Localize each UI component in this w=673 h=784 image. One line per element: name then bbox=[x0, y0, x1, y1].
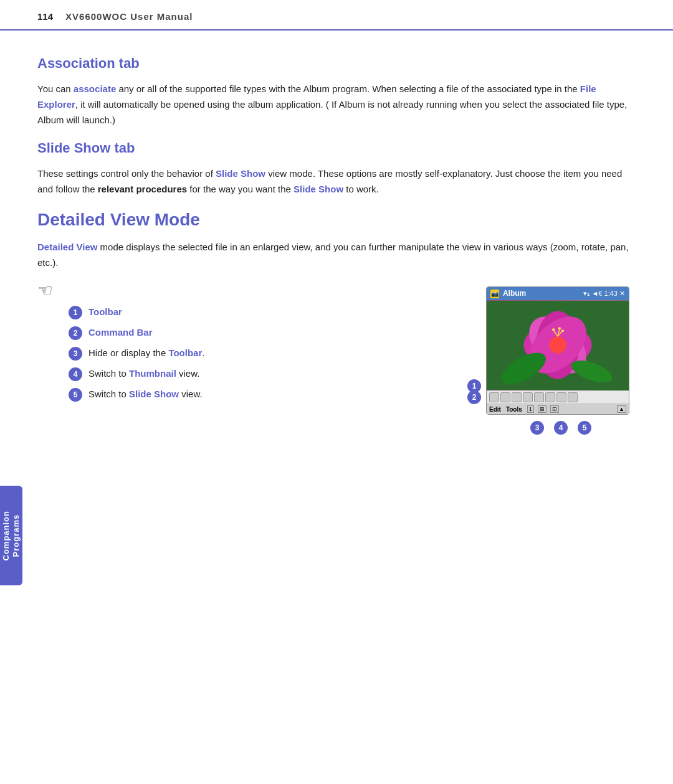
toolbar-btn-2[interactable] bbox=[500, 392, 510, 402]
list-item: 3 Hide or display the Toolbar. bbox=[69, 346, 461, 361]
toolbar-link-2[interactable]: Toolbar bbox=[168, 347, 202, 358]
associate-link[interactable]: associate bbox=[74, 83, 116, 94]
page-number: 114 bbox=[37, 11, 53, 22]
page-header: 114 XV6600WOC User Manual bbox=[0, 0, 673, 31]
side-tab-label: CompanionPrograms bbox=[1, 511, 21, 561]
num-circle-4: 4 bbox=[69, 367, 82, 381]
detailed-view-intro: Detailed View mode displays the selected… bbox=[37, 240, 636, 271]
item-2-text: Command Bar bbox=[88, 326, 153, 340]
command-bar-link[interactable]: Command Bar bbox=[88, 327, 153, 338]
toolbar-btn-4[interactable] bbox=[523, 392, 533, 402]
annotation-circle-3: 3 bbox=[530, 421, 544, 435]
toolbar-row-container bbox=[487, 390, 629, 404]
phone-image-area bbox=[487, 300, 629, 390]
toolbar-btn-8[interactable] bbox=[568, 392, 578, 402]
bottom-annotations: 3 4 5 bbox=[486, 421, 636, 435]
toolbar-btn-1[interactable] bbox=[489, 392, 499, 402]
association-tab-heading: Association tab bbox=[37, 55, 636, 72]
detailed-view-mode-section: Detailed View Mode Detailed View mode di… bbox=[37, 210, 636, 435]
edit-menu-item[interactable]: Edit bbox=[489, 406, 501, 413]
flower-svg bbox=[487, 300, 629, 390]
phone-app-title: 📷 Album bbox=[490, 289, 526, 298]
association-tab-section: Association tab You can associate any or… bbox=[37, 55, 636, 128]
slide-show-link-2[interactable]: Slide Show bbox=[294, 184, 343, 194]
item-3-text: Hide or display the Toolbar. bbox=[88, 346, 204, 361]
num-circle-3: 3 bbox=[69, 347, 82, 361]
detailed-left-panel: ☞ 1 Toolbar 2 Command Bar 3 bbox=[37, 280, 461, 408]
annotation-2-area: 2 bbox=[467, 390, 481, 404]
svg-point-5 bbox=[549, 336, 566, 354]
toolbar-btn-5[interactable] bbox=[534, 392, 544, 402]
slide-text-1: These settings control only the behavior… bbox=[37, 168, 216, 179]
arrow-icon-area: ☞ bbox=[37, 280, 461, 299]
toolbar-link-1[interactable]: Toolbar bbox=[88, 306, 122, 317]
phone-toolbar-row bbox=[487, 390, 629, 404]
slide-show-tab-section: Slide Show tab These settings control on… bbox=[37, 140, 636, 197]
slide-text-3: for the way you want the bbox=[187, 184, 294, 194]
list-item: 1 Toolbar bbox=[69, 305, 461, 319]
association-tab-paragraph: You can associate any or all of the supp… bbox=[37, 82, 636, 128]
tools-menu-item[interactable]: Tools bbox=[506, 406, 522, 413]
num-circle-2: 2 bbox=[69, 326, 82, 340]
hand-arrow-icon: ☞ bbox=[37, 280, 53, 301]
phone-screenshot-area: 📷 Album ▾₁ ◄€ 1:43 ✕ bbox=[486, 280, 636, 435]
svg-point-12 bbox=[558, 327, 561, 329]
list-item: 5 Switch to Slide Show view. bbox=[69, 387, 461, 402]
item-5-text: Switch to Slide Show view. bbox=[88, 387, 203, 402]
svg-point-11 bbox=[552, 328, 555, 331]
detailed-content-area: ☞ 1 Toolbar 2 Command Bar 3 bbox=[37, 280, 636, 435]
list-item: 4 Switch to Thumbnail view. bbox=[69, 367, 461, 381]
side-tab: CompanionPrograms bbox=[0, 486, 22, 585]
slide-show-link-3[interactable]: Slide Show bbox=[129, 389, 179, 399]
cmdbar-item-2[interactable]: ⊞ bbox=[538, 405, 547, 413]
toolbar-btn-3[interactable] bbox=[512, 392, 522, 402]
num-circle-1: 1 bbox=[69, 306, 82, 319]
cmdbar-item-3[interactable]: ⊡ bbox=[550, 405, 559, 413]
phone-commandbar-row: Edit Tools 1 ⊞ ⊡ ▲ bbox=[487, 404, 629, 414]
slide-text-4: to work. bbox=[343, 184, 379, 194]
assoc-text-3: , it will automatically be opened using … bbox=[37, 99, 627, 125]
detailed-view-link[interactable]: Detailed View bbox=[37, 242, 97, 252]
cmdbar-item-1[interactable]: 1 bbox=[527, 405, 534, 413]
assoc-text-2: any or all of the supported file types w… bbox=[116, 83, 580, 94]
item-1-text: Toolbar bbox=[88, 305, 122, 319]
detailed-view-mode-heading: Detailed View Mode bbox=[37, 210, 636, 230]
toolbar-btn-7[interactable] bbox=[556, 392, 566, 402]
slide-show-link-1[interactable]: Slide Show bbox=[216, 168, 265, 179]
list-item: 2 Command Bar bbox=[69, 326, 461, 340]
annotation-circle-4: 4 bbox=[554, 421, 568, 435]
num-circle-5: 5 bbox=[69, 388, 82, 402]
svg-point-13 bbox=[561, 329, 564, 332]
phone-status-bar: ▾₁ ◄€ 1:43 ✕ bbox=[583, 290, 625, 298]
thumbnail-link[interactable]: Thumbnail bbox=[129, 368, 176, 379]
slide-show-tab-paragraph: These settings control only the behavior… bbox=[37, 166, 636, 197]
detailed-intro-text: mode displays the selected file in an en… bbox=[37, 242, 629, 268]
manual-title: XV6600WOC User Manual bbox=[65, 11, 193, 22]
slide-show-tab-heading: Slide Show tab bbox=[37, 140, 636, 156]
toolbar-btn-6[interactable] bbox=[545, 392, 555, 402]
numbered-items-list: 1 Toolbar 2 Command Bar 3 Hide or displa… bbox=[69, 305, 461, 402]
relevant-procedures-text: relevant procedures bbox=[98, 184, 187, 194]
phone-screenshot: 📷 Album ▾₁ ◄€ 1:43 ✕ bbox=[486, 286, 629, 415]
annotation-circle-2: 2 bbox=[467, 390, 481, 404]
item-4-text: Switch to Thumbnail view. bbox=[88, 367, 199, 381]
phone-titlebar: 📷 Album ▾₁ ◄€ 1:43 ✕ bbox=[487, 287, 629, 300]
main-content: Association tab You can associate any or… bbox=[0, 31, 673, 453]
annotation-circle-5: 5 bbox=[578, 421, 591, 435]
cmdbar-item-4[interactable]: ▲ bbox=[617, 405, 626, 413]
assoc-text-1: You can bbox=[37, 83, 74, 94]
phone-wrapper: 📷 Album ▾₁ ◄€ 1:43 ✕ bbox=[486, 286, 636, 435]
